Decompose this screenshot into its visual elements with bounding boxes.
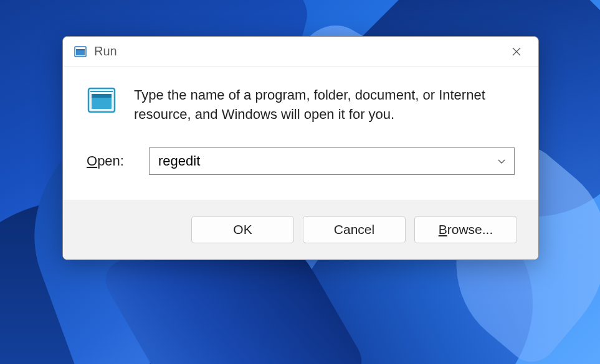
close-icon	[512, 47, 521, 57]
run-icon	[87, 86, 117, 114]
close-button[interactable]	[503, 42, 530, 62]
browse-button[interactable]: Browse...	[414, 216, 517, 243]
ok-button[interactable]: OK	[191, 216, 294, 243]
command-input[interactable]	[150, 153, 489, 169]
button-bar: OK Cancel Browse...	[63, 200, 538, 259]
run-dialog: Run Type the name of a program, folder, …	[62, 36, 539, 260]
cancel-button[interactable]: Cancel	[303, 216, 406, 243]
svg-rect-2	[76, 49, 85, 50]
run-titlebar-icon	[74, 46, 87, 57]
titlebar[interactable]: Run	[63, 37, 538, 67]
dialog-title: Run	[94, 44, 503, 58]
chevron-down-icon	[497, 157, 506, 166]
open-label: Open:	[87, 153, 131, 169]
combobox-dropdown-button[interactable]	[489, 148, 514, 174]
svg-rect-7	[92, 94, 112, 98]
dialog-body: Type the name of a program, folder, docu…	[63, 67, 538, 200]
dialog-description: Type the name of a program, folder, docu…	[134, 85, 515, 124]
command-combobox[interactable]	[149, 147, 515, 175]
